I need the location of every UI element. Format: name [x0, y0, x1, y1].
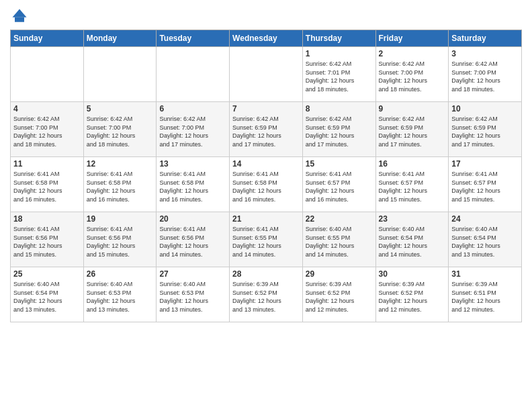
- day-number: 22: [306, 214, 373, 224]
- col-header-thursday: Thursday: [302, 30, 375, 47]
- calendar-cell: 14Sunrise: 6:41 AM Sunset: 6:58 PM Dayli…: [230, 157, 303, 212]
- cell-info: Sunrise: 6:41 AM Sunset: 6:58 PM Dayligh…: [87, 170, 154, 203]
- calendar-cell: 23Sunrise: 6:40 AM Sunset: 6:54 PM Dayli…: [375, 212, 449, 267]
- day-number: 17: [451, 159, 519, 169]
- cell-info: Sunrise: 6:40 AM Sunset: 6:54 PM Dayligh…: [379, 225, 446, 259]
- day-number: 10: [451, 104, 519, 113]
- day-number: 6: [159, 104, 226, 113]
- calendar-cell: 18Sunrise: 6:41 AM Sunset: 6:56 PM Dayli…: [11, 212, 84, 267]
- day-number: 13: [159, 159, 226, 169]
- logo: [10, 7, 32, 26]
- cell-info: Sunrise: 6:39 AM Sunset: 6:52 PM Dayligh…: [232, 280, 300, 314]
- calendar-cell: 10Sunrise: 6:42 AM Sunset: 6:59 PM Dayli…: [449, 102, 522, 157]
- calendar-cell: [230, 47, 303, 102]
- calendar-cell: 24Sunrise: 6:40 AM Sunset: 6:54 PM Dayli…: [449, 212, 522, 267]
- calendar-cell: 13Sunrise: 6:41 AM Sunset: 6:58 PM Dayli…: [157, 157, 230, 212]
- day-number: 4: [13, 104, 81, 113]
- day-number: 3: [451, 49, 519, 58]
- col-header-monday: Monday: [83, 30, 157, 47]
- calendar-cell: 22Sunrise: 6:40 AM Sunset: 6:55 PM Dayli…: [302, 212, 375, 267]
- day-number: 14: [232, 159, 300, 169]
- week-row-1: 1Sunrise: 6:42 AM Sunset: 7:01 PM Daylig…: [11, 47, 522, 102]
- cell-info: Sunrise: 6:41 AM Sunset: 6:56 PM Dayligh…: [13, 225, 81, 259]
- day-number: 7: [232, 104, 300, 113]
- svg-rect-1: [15, 17, 24, 22]
- calendar-cell: 26Sunrise: 6:40 AM Sunset: 6:53 PM Dayli…: [83, 267, 157, 322]
- calendar-cell: 31Sunrise: 6:39 AM Sunset: 6:51 PM Dayli…: [449, 267, 522, 322]
- page: SundayMondayTuesdayWednesdayThursdayFrid…: [0, 0, 532, 329]
- col-header-tuesday: Tuesday: [157, 30, 230, 47]
- day-number: 26: [87, 269, 154, 279]
- cell-info: Sunrise: 6:40 AM Sunset: 6:53 PM Dayligh…: [87, 280, 154, 314]
- calendar-cell: 17Sunrise: 6:41 AM Sunset: 6:57 PM Dayli…: [449, 157, 522, 212]
- calendar-cell: 15Sunrise: 6:41 AM Sunset: 6:57 PM Dayli…: [302, 157, 375, 212]
- cell-info: Sunrise: 6:42 AM Sunset: 6:59 PM Dayligh…: [232, 115, 300, 148]
- cell-info: Sunrise: 6:41 AM Sunset: 6:57 PM Dayligh…: [451, 170, 519, 203]
- calendar-cell: 6Sunrise: 6:42 AM Sunset: 7:00 PM Daylig…: [157, 102, 230, 157]
- day-number: 23: [379, 214, 446, 224]
- week-row-3: 11Sunrise: 6:41 AM Sunset: 6:58 PM Dayli…: [11, 157, 522, 212]
- week-row-5: 25Sunrise: 6:40 AM Sunset: 6:54 PM Dayli…: [11, 267, 522, 322]
- week-row-4: 18Sunrise: 6:41 AM Sunset: 6:56 PM Dayli…: [11, 212, 522, 267]
- day-number: 30: [379, 269, 446, 279]
- cell-info: Sunrise: 6:42 AM Sunset: 7:01 PM Dayligh…: [306, 60, 373, 93]
- day-number: 31: [451, 269, 519, 279]
- col-header-sunday: Sunday: [11, 30, 84, 47]
- day-number: 21: [232, 214, 300, 224]
- calendar-table: SundayMondayTuesdayWednesdayThursdayFrid…: [10, 30, 522, 322]
- cell-info: Sunrise: 6:41 AM Sunset: 6:57 PM Dayligh…: [306, 170, 373, 203]
- day-number: 29: [306, 269, 373, 279]
- calendar-cell: 29Sunrise: 6:39 AM Sunset: 6:52 PM Dayli…: [302, 267, 375, 322]
- calendar-cell: 8Sunrise: 6:42 AM Sunset: 6:59 PM Daylig…: [302, 102, 375, 157]
- week-row-2: 4Sunrise: 6:42 AM Sunset: 7:00 PM Daylig…: [11, 102, 522, 157]
- day-number: 19: [87, 214, 154, 224]
- cell-info: Sunrise: 6:42 AM Sunset: 6:59 PM Dayligh…: [451, 115, 519, 148]
- calendar-cell: 4Sunrise: 6:42 AM Sunset: 7:00 PM Daylig…: [11, 102, 84, 157]
- day-number: 12: [87, 159, 154, 169]
- calendar-cell: 12Sunrise: 6:41 AM Sunset: 6:58 PM Dayli…: [83, 157, 157, 212]
- calendar-cell: 30Sunrise: 6:39 AM Sunset: 6:52 PM Dayli…: [375, 267, 449, 322]
- cell-info: Sunrise: 6:39 AM Sunset: 6:52 PM Dayligh…: [379, 280, 446, 314]
- cell-info: Sunrise: 6:42 AM Sunset: 7:00 PM Dayligh…: [159, 115, 226, 148]
- day-number: 24: [451, 214, 519, 224]
- day-number: 5: [87, 104, 154, 113]
- day-number: 20: [159, 214, 226, 224]
- cell-info: Sunrise: 6:39 AM Sunset: 6:51 PM Dayligh…: [451, 280, 519, 314]
- calendar-cell: 25Sunrise: 6:40 AM Sunset: 6:54 PM Dayli…: [11, 267, 84, 322]
- cell-info: Sunrise: 6:42 AM Sunset: 7:00 PM Dayligh…: [13, 115, 81, 148]
- svg-marker-0: [13, 9, 27, 17]
- day-number: 2: [379, 49, 446, 58]
- day-number: 18: [13, 214, 81, 224]
- cell-info: Sunrise: 6:40 AM Sunset: 6:54 PM Dayligh…: [13, 280, 81, 314]
- day-number: 25: [13, 269, 81, 279]
- cell-info: Sunrise: 6:41 AM Sunset: 6:57 PM Dayligh…: [379, 170, 446, 203]
- calendar-cell: 3Sunrise: 6:42 AM Sunset: 7:00 PM Daylig…: [449, 47, 522, 102]
- calendar-cell: 19Sunrise: 6:41 AM Sunset: 6:56 PM Dayli…: [83, 212, 157, 267]
- cell-info: Sunrise: 6:41 AM Sunset: 6:58 PM Dayligh…: [232, 170, 300, 203]
- cell-info: Sunrise: 6:42 AM Sunset: 6:59 PM Dayligh…: [379, 115, 446, 148]
- cell-info: Sunrise: 6:41 AM Sunset: 6:56 PM Dayligh…: [159, 225, 226, 259]
- calendar-cell: 7Sunrise: 6:42 AM Sunset: 6:59 PM Daylig…: [230, 102, 303, 157]
- calendar-cell: [11, 47, 84, 102]
- cell-info: Sunrise: 6:41 AM Sunset: 6:58 PM Dayligh…: [13, 170, 81, 203]
- day-number: 8: [306, 104, 373, 113]
- day-number: 9: [379, 104, 446, 113]
- calendar-cell: [157, 47, 230, 102]
- day-number: 28: [232, 269, 300, 279]
- col-header-friday: Friday: [375, 30, 449, 47]
- cell-info: Sunrise: 6:42 AM Sunset: 7:00 PM Dayligh…: [379, 60, 446, 93]
- calendar-cell: 27Sunrise: 6:40 AM Sunset: 6:53 PM Dayli…: [157, 267, 230, 322]
- cell-info: Sunrise: 6:41 AM Sunset: 6:56 PM Dayligh…: [87, 225, 154, 259]
- calendar-cell: [83, 47, 157, 102]
- col-header-saturday: Saturday: [449, 30, 522, 47]
- cell-info: Sunrise: 6:41 AM Sunset: 6:55 PM Dayligh…: [232, 225, 300, 259]
- calendar-cell: 11Sunrise: 6:41 AM Sunset: 6:58 PM Dayli…: [11, 157, 84, 212]
- cell-info: Sunrise: 6:41 AM Sunset: 6:58 PM Dayligh…: [159, 170, 226, 203]
- calendar-cell: 9Sunrise: 6:42 AM Sunset: 6:59 PM Daylig…: [375, 102, 449, 157]
- calendar-cell: 28Sunrise: 6:39 AM Sunset: 6:52 PM Dayli…: [230, 267, 303, 322]
- calendar-cell: 21Sunrise: 6:41 AM Sunset: 6:55 PM Dayli…: [230, 212, 303, 267]
- day-number: 11: [13, 159, 81, 169]
- day-number: 27: [159, 269, 226, 279]
- calendar-cell: 20Sunrise: 6:41 AM Sunset: 6:56 PM Dayli…: [157, 212, 230, 267]
- cell-info: Sunrise: 6:42 AM Sunset: 7:00 PM Dayligh…: [87, 115, 154, 148]
